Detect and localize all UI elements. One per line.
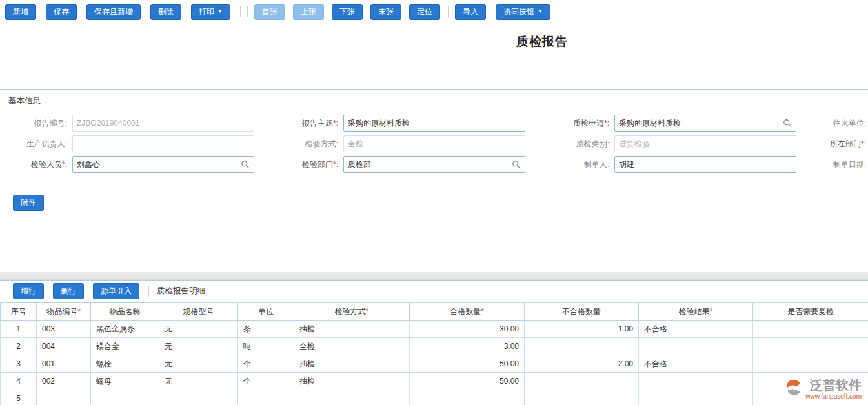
- col-header-label: 物品编号: [46, 307, 77, 316]
- prev-record-button[interactable]: 上张: [293, 4, 324, 20]
- form-row-1: 报告编号: 报告主题*: 质检申请*: 往来单位:: [0, 113, 868, 133]
- cell-seq[interactable]: 2: [1, 338, 37, 355]
- cell-inspect-method[interactable]: 抽检: [294, 321, 410, 338]
- last-record-button[interactable]: 末张: [370, 4, 401, 20]
- inspection-dept-input[interactable]: [343, 156, 525, 173]
- import-button[interactable]: 导入: [455, 4, 486, 20]
- new-button[interactable]: 新增: [5, 4, 36, 20]
- report-subject-input[interactable]: [343, 115, 525, 132]
- cell-unqualified-qty[interactable]: [525, 373, 639, 390]
- col-header-label: 检验方式: [335, 307, 366, 316]
- save-button[interactable]: 保存: [46, 4, 77, 20]
- cell-spec[interactable]: 无: [159, 355, 238, 373]
- label-colon: :: [607, 160, 609, 169]
- next-record-button[interactable]: 下张: [332, 4, 363, 20]
- cell-spec[interactable]: [159, 390, 238, 405]
- cell-item-code[interactable]: 002: [37, 373, 91, 390]
- search-icon[interactable]: [783, 119, 792, 128]
- cell-unit[interactable]: [238, 390, 294, 405]
- cell-inspect-method[interactable]: 抽检: [294, 355, 410, 373]
- cell-seq[interactable]: 1: [1, 321, 37, 338]
- required-mark: *: [77, 307, 81, 316]
- attachment-button[interactable]: 附件: [13, 195, 44, 211]
- report-no-input: [72, 115, 254, 132]
- dropdown-arrow-icon: ▼: [538, 9, 543, 14]
- cell-qualified-qty[interactable]: 50.00: [410, 355, 525, 373]
- label-colon: :: [336, 119, 338, 128]
- cell-seq[interactable]: 5: [1, 390, 37, 405]
- production-manager-label: 生产负责人:: [0, 139, 72, 150]
- add-row-button[interactable]: 增行: [13, 283, 44, 299]
- cell-result[interactable]: [639, 338, 753, 355]
- cell-recheck[interactable]: [753, 338, 868, 355]
- creator-input[interactable]: [614, 156, 796, 173]
- cell-spec[interactable]: 无: [159, 338, 238, 355]
- cell-unit[interactable]: 吨: [238, 338, 294, 355]
- cell-item-name[interactable]: [91, 390, 159, 405]
- cell-inspect-method[interactable]: [294, 390, 410, 405]
- cell-inspect-method[interactable]: 抽检: [294, 373, 410, 390]
- cell-item-name[interactable]: 黑色金属条: [91, 321, 159, 338]
- search-icon[interactable]: [241, 160, 250, 169]
- qc-request-label: 质检申请*:: [542, 118, 614, 129]
- toolbar-divider: [247, 6, 248, 17]
- cell-result[interactable]: 不合格: [639, 355, 753, 373]
- vendor-watermark: 泛普软件 www.fanpusoft.com: [784, 379, 862, 400]
- cell-recheck[interactable]: [753, 321, 868, 338]
- cell-item-code[interactable]: 001: [37, 355, 91, 373]
- table-row: 4002螺母无个抽检50.00: [1, 373, 868, 390]
- basic-info-section-title: 基本信息: [0, 90, 868, 113]
- cell-unqualified-qty[interactable]: 1.00: [525, 321, 639, 338]
- required-mark: *: [366, 307, 369, 316]
- cell-unqualified-qty[interactable]: 2.00: [525, 355, 639, 373]
- first-record-button[interactable]: 首张: [254, 4, 285, 20]
- cell-item-name[interactable]: 螺母: [91, 373, 159, 390]
- col-header-inspect-method: 检验方式*: [294, 303, 410, 321]
- title-row: 质检报告: [0, 23, 868, 89]
- cell-unqualified-qty[interactable]: [525, 338, 639, 355]
- cell-result[interactable]: 不合格: [639, 321, 753, 338]
- cell-seq[interactable]: 4: [1, 373, 37, 390]
- report-subject-label: 报告主题*:: [271, 118, 343, 129]
- production-manager-field: 生产负责人:: [0, 135, 271, 152]
- report-subject-field: 报告主题*:: [271, 115, 542, 132]
- cell-recheck[interactable]: [753, 355, 868, 373]
- cell-spec[interactable]: 无: [159, 321, 238, 338]
- cell-unit[interactable]: 条: [238, 321, 294, 338]
- delete-button[interactable]: 删除: [150, 4, 181, 20]
- cell-inspect-method[interactable]: 全检: [294, 338, 410, 355]
- cell-item-code[interactable]: 003: [37, 321, 91, 338]
- cell-qualified-qty[interactable]: 3.00: [410, 338, 525, 355]
- collaborate-button[interactable]: 协同按钮 ▼: [496, 4, 550, 20]
- col-header-label: 不合格数量: [562, 307, 601, 316]
- cell-unit[interactable]: 个: [238, 355, 294, 373]
- cell-result[interactable]: [639, 373, 753, 390]
- cell-qualified-qty[interactable]: 50.00: [410, 373, 525, 390]
- col-header-seq: 序号: [1, 303, 37, 321]
- cell-unit[interactable]: 个: [238, 373, 294, 390]
- attachment-section: 附件: [0, 188, 868, 272]
- cell-qualified-qty[interactable]: 30.00: [410, 321, 525, 338]
- cell-unqualified-qty[interactable]: [525, 390, 639, 405]
- cell-item-code[interactable]: [37, 390, 91, 405]
- search-icon[interactable]: [512, 160, 521, 169]
- cell-item-name[interactable]: 螺栓: [91, 355, 159, 373]
- qc-request-input[interactable]: [614, 115, 796, 132]
- col-header-label: 是否需要复检: [787, 307, 834, 316]
- locate-button[interactable]: 定位: [409, 4, 440, 20]
- cell-seq[interactable]: 3: [1, 355, 37, 373]
- detail-section: 增行 删行 源单引入 质检报告明细 序号物品编号*物品名称规格型号单位检验方式*…: [0, 280, 868, 405]
- cell-spec[interactable]: 无: [159, 373, 238, 390]
- inspector-input[interactable]: [72, 156, 254, 173]
- cell-item-name[interactable]: 镁合金: [91, 338, 159, 355]
- col-header-unit: 单位: [238, 303, 294, 321]
- cell-result[interactable]: [639, 390, 753, 405]
- main-toolbar: 新增 保存 保存且新增 删除 打印 ▼ 首张 上张 下张 末张 定位 导入 协同…: [0, 0, 868, 23]
- delete-row-button[interactable]: 删行: [53, 283, 84, 299]
- print-button[interactable]: 打印 ▼: [191, 4, 230, 20]
- source-import-button[interactable]: 源单引入: [93, 283, 139, 299]
- qc-category-field: 质检类别:: [542, 135, 813, 152]
- cell-qualified-qty[interactable]: [410, 390, 525, 405]
- cell-item-code[interactable]: 004: [37, 338, 91, 355]
- save-and-new-button[interactable]: 保存且新增: [86, 4, 141, 20]
